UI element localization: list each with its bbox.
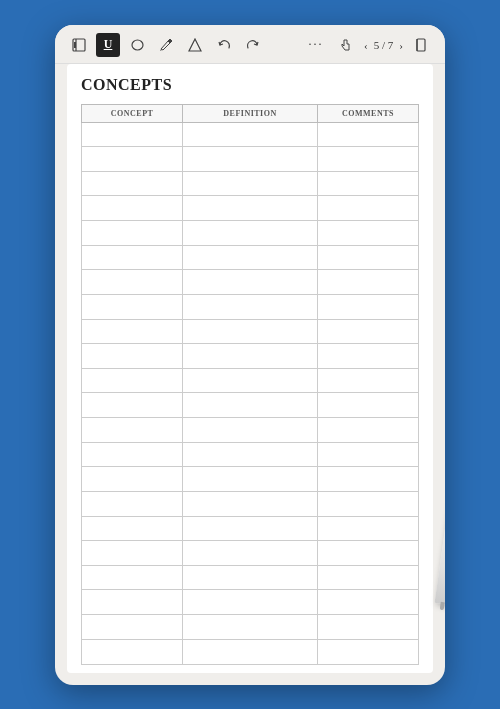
table-cell[interactable]	[317, 196, 418, 221]
table-cell[interactable]	[317, 294, 418, 319]
table-cell[interactable]	[82, 294, 183, 319]
table-cell[interactable]	[82, 491, 183, 516]
table-cell[interactable]	[317, 245, 418, 270]
table-cell[interactable]	[317, 442, 418, 467]
table-row[interactable]	[82, 590, 419, 615]
table-cell[interactable]	[82, 565, 183, 590]
table-cell[interactable]	[317, 491, 418, 516]
table-cell[interactable]	[82, 615, 183, 640]
table-cell[interactable]	[82, 319, 183, 344]
table-row[interactable]	[82, 467, 419, 492]
table-row[interactable]	[82, 221, 419, 246]
table-cell[interactable]	[317, 615, 418, 640]
table-cell[interactable]	[317, 368, 418, 393]
underline-tool[interactable]: U	[96, 33, 120, 57]
touch-mode-button[interactable]	[334, 33, 358, 57]
table-row[interactable]	[82, 516, 419, 541]
table-row[interactable]	[82, 171, 419, 196]
table-cell[interactable]	[183, 147, 318, 172]
table-cell[interactable]	[183, 418, 318, 443]
table-row[interactable]	[82, 565, 419, 590]
table-cell[interactable]	[82, 590, 183, 615]
table-cell[interactable]	[183, 516, 318, 541]
table-cell[interactable]	[317, 319, 418, 344]
table-cell[interactable]	[82, 245, 183, 270]
table-row[interactable]	[82, 541, 419, 566]
table-cell[interactable]	[183, 615, 318, 640]
table-cell[interactable]	[317, 393, 418, 418]
undo-tool[interactable]	[212, 33, 236, 57]
table-row[interactable]	[82, 147, 419, 172]
table-cell[interactable]	[317, 565, 418, 590]
table-cell[interactable]	[317, 171, 418, 196]
table-cell[interactable]	[317, 467, 418, 492]
table-cell[interactable]	[82, 368, 183, 393]
table-cell[interactable]	[317, 418, 418, 443]
table-cell[interactable]	[82, 516, 183, 541]
table-row[interactable]	[82, 270, 419, 295]
table-row[interactable]	[82, 368, 419, 393]
table-cell[interactable]	[183, 590, 318, 615]
eraser-tool[interactable]	[125, 33, 149, 57]
table-row[interactable]	[82, 491, 419, 516]
table-cell[interactable]	[82, 442, 183, 467]
redo-tool[interactable]	[241, 33, 265, 57]
table-cell[interactable]	[183, 442, 318, 467]
table-cell[interactable]	[317, 516, 418, 541]
table-cell[interactable]	[82, 393, 183, 418]
table-cell[interactable]	[183, 565, 318, 590]
table-cell[interactable]	[183, 639, 318, 664]
table-cell[interactable]	[183, 491, 318, 516]
table-cell[interactable]	[317, 147, 418, 172]
bookmark-button[interactable]	[409, 33, 433, 57]
table-row[interactable]	[82, 245, 419, 270]
pen-tool[interactable]	[154, 33, 178, 57]
table-cell[interactable]	[82, 344, 183, 369]
table-cell[interactable]	[183, 196, 318, 221]
table-cell[interactable]	[183, 245, 318, 270]
table-row[interactable]	[82, 294, 419, 319]
table-cell[interactable]	[317, 221, 418, 246]
table-cell[interactable]	[317, 122, 418, 147]
table-row[interactable]	[82, 615, 419, 640]
table-cell[interactable]	[82, 147, 183, 172]
table-cell[interactable]	[82, 221, 183, 246]
table-cell[interactable]	[317, 590, 418, 615]
table-cell[interactable]	[82, 122, 183, 147]
table-cell[interactable]	[317, 639, 418, 664]
table-row[interactable]	[82, 442, 419, 467]
table-cell[interactable]	[183, 171, 318, 196]
page-prev-button[interactable]: ‹	[364, 39, 368, 51]
table-cell[interactable]	[82, 541, 183, 566]
table-cell[interactable]	[183, 122, 318, 147]
table-row[interactable]	[82, 196, 419, 221]
table-row[interactable]	[82, 344, 419, 369]
table-cell[interactable]	[183, 221, 318, 246]
table-cell[interactable]	[317, 270, 418, 295]
page-next-button[interactable]: ›	[399, 39, 403, 51]
table-cell[interactable]	[317, 344, 418, 369]
table-cell[interactable]	[82, 418, 183, 443]
table-row[interactable]	[82, 319, 419, 344]
table-cell[interactable]	[183, 393, 318, 418]
table-cell[interactable]	[317, 541, 418, 566]
table-cell[interactable]	[183, 467, 318, 492]
table-row[interactable]	[82, 418, 419, 443]
notebook-icon[interactable]	[67, 33, 91, 57]
table-cell[interactable]	[82, 467, 183, 492]
table-cell[interactable]	[82, 639, 183, 664]
shape-tool[interactable]	[183, 33, 207, 57]
table-row[interactable]	[82, 639, 419, 664]
table-cell[interactable]	[82, 270, 183, 295]
table-cell[interactable]	[183, 541, 318, 566]
table-cell[interactable]	[183, 319, 318, 344]
table-row[interactable]	[82, 122, 419, 147]
table-row[interactable]	[82, 393, 419, 418]
table-cell[interactable]	[82, 196, 183, 221]
table-cell[interactable]	[183, 368, 318, 393]
table-cell[interactable]	[183, 294, 318, 319]
table-cell[interactable]	[82, 171, 183, 196]
table-cell[interactable]	[183, 344, 318, 369]
more-options-button[interactable]: ···	[304, 33, 328, 57]
table-cell[interactable]	[183, 270, 318, 295]
